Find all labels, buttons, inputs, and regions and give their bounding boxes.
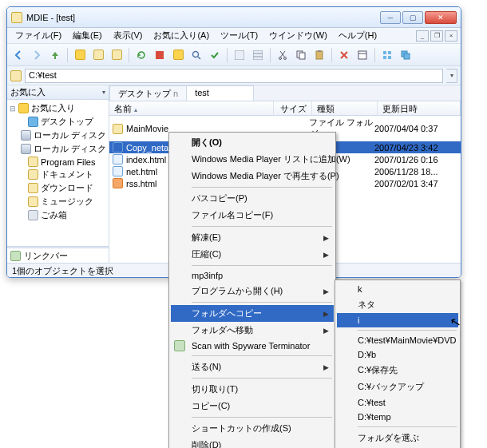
view2-button[interactable] bbox=[250, 47, 266, 63]
mdi-restore-button[interactable]: ❐ bbox=[430, 30, 443, 42]
menu-item[interactable]: k bbox=[337, 282, 458, 296]
menu-item[interactable]: i bbox=[337, 313, 458, 327]
menu-item[interactable]: ショートカットの作成(S) bbox=[171, 420, 334, 437]
sidebar-header[interactable]: お気に入 ▾ bbox=[7, 85, 109, 100]
tab-strip: デスクトップ ntest bbox=[109, 85, 461, 101]
menu-item[interactable]: D:¥b bbox=[337, 347, 458, 362]
menu-item-label: mp3infp bbox=[192, 271, 223, 280]
menu-item[interactable]: 送る(N)▶ bbox=[171, 359, 334, 375]
tree-item[interactable]: ミュージック bbox=[9, 195, 107, 208]
properties-button[interactable] bbox=[354, 47, 370, 63]
refresh-button[interactable] bbox=[133, 47, 149, 63]
cut-button[interactable] bbox=[275, 47, 291, 63]
tree-item[interactable]: デスクトップ bbox=[9, 115, 107, 129]
forward-button[interactable] bbox=[29, 47, 45, 63]
tree-icon bbox=[18, 103, 29, 113]
menu-item[interactable]: Windows Media Player リストに追加(W) bbox=[171, 151, 334, 168]
delete-button[interactable] bbox=[336, 47, 352, 63]
svg-rect-13 bbox=[358, 51, 366, 59]
menu-item[interactable]: 表示(V) bbox=[109, 28, 148, 43]
file-date: 2007/01/26 0:16 bbox=[374, 155, 457, 165]
titlebar[interactable]: MDIE - [test] ─ ▢ ✕ bbox=[7, 7, 461, 28]
col-date[interactable]: 更新日時 bbox=[378, 101, 461, 115]
folder-button[interactable] bbox=[90, 47, 106, 63]
menu-item[interactable]: フォルダを選ぶ bbox=[337, 430, 458, 446]
fav-star-button[interactable] bbox=[72, 47, 88, 63]
menu-item[interactable]: ウインドウ(W) bbox=[264, 28, 332, 43]
tile-button[interactable] bbox=[379, 47, 395, 63]
menu-item[interactable]: ファイル(F) bbox=[10, 28, 66, 43]
search-button[interactable] bbox=[188, 47, 204, 63]
menu-item[interactable]: パスコピー(P) bbox=[171, 190, 334, 207]
file-icon bbox=[113, 124, 123, 134]
tree-item[interactable]: ⊟お気に入り bbox=[9, 101, 107, 115]
sidebar-header-label: お気に入 bbox=[10, 86, 46, 98]
folder2-button[interactable] bbox=[109, 47, 125, 63]
menu-item[interactable]: 切り取り(T) bbox=[171, 381, 334, 398]
maximize-button[interactable]: ▢ bbox=[402, 11, 423, 24]
menu-item[interactable]: ツール(T) bbox=[216, 28, 263, 43]
menu-item[interactable]: C:¥保存先 bbox=[337, 362, 458, 379]
back-button[interactable] bbox=[10, 47, 26, 63]
paste-button[interactable] bbox=[311, 47, 327, 63]
submenu-arrow-icon: ▶ bbox=[323, 327, 329, 335]
linkbar-header[interactable]: リンクバー bbox=[7, 248, 109, 263]
menu-item[interactable]: フォルダへコピー▶ bbox=[171, 305, 334, 322]
menu-item[interactable]: 解凍(E)▶ bbox=[171, 229, 334, 246]
menu-item[interactable]: コピー(C) bbox=[171, 398, 334, 414]
menu-item-label: i bbox=[358, 315, 359, 325]
tab[interactable]: test bbox=[186, 85, 254, 101]
tab[interactable]: デスクトップ n bbox=[109, 85, 187, 101]
cascade-button[interactable] bbox=[398, 47, 414, 63]
menu-item[interactable]: フォルダへ移動▶ bbox=[171, 322, 334, 339]
menu-item[interactable]: ファイル名コピー(F) bbox=[171, 207, 334, 224]
address-dropdown[interactable]: ▾ bbox=[446, 69, 457, 83]
menu-item-label: コピー(C) bbox=[192, 400, 230, 412]
menu-item[interactable]: 編集(E) bbox=[68, 28, 107, 43]
stop-button[interactable] bbox=[152, 47, 168, 63]
menu-item[interactable]: C:¥test bbox=[337, 395, 458, 410]
tree-icon bbox=[28, 210, 38, 220]
menu-item[interactable]: 圧縮(C)▶ bbox=[171, 246, 334, 263]
close-button[interactable]: ✕ bbox=[425, 11, 457, 24]
menu-item[interactable]: D:¥temp bbox=[337, 410, 458, 424]
menu-item[interactable]: Windows Media Player で再生する(P) bbox=[171, 168, 334, 184]
mdi-min-button[interactable]: _ bbox=[416, 30, 429, 42]
menu-item[interactable]: 削除(D) bbox=[171, 437, 334, 448]
file-name: MainMovie bbox=[126, 124, 168, 133]
menu-item[interactable]: お気に入り(A) bbox=[148, 28, 214, 43]
address-input[interactable]: C:¥test bbox=[25, 69, 443, 83]
up-button[interactable] bbox=[47, 47, 63, 63]
linkbar-label: リンクバー bbox=[24, 250, 68, 262]
mdi-close-button[interactable]: × bbox=[445, 30, 457, 42]
tree-label: ローカル ディスク bbox=[34, 129, 106, 141]
tree-item[interactable]: ごみ箱 bbox=[9, 208, 107, 222]
menu-item[interactable]: プログラムから開く(H)▶ bbox=[171, 283, 334, 299]
view1-button[interactable] bbox=[232, 47, 247, 63]
tree-item[interactable]: ドキュメント bbox=[9, 168, 107, 181]
menu-item-label: フォルダを選ぶ bbox=[358, 432, 419, 444]
svg-rect-18 bbox=[388, 56, 391, 59]
app-icon bbox=[11, 12, 22, 23]
menu-item[interactable]: Scan with Spyware Terminator bbox=[171, 339, 334, 353]
copy-button[interactable] bbox=[293, 47, 309, 63]
tree-item[interactable]: ローカル ディスク bbox=[9, 129, 107, 142]
menu-item-label: フォルダへコピー bbox=[192, 307, 262, 319]
submenu-arrow-icon: ▶ bbox=[323, 363, 329, 371]
col-name[interactable]: 名前▴ bbox=[109, 101, 274, 115]
col-type[interactable]: 種類 bbox=[312, 101, 378, 115]
tree-item[interactable]: ローカル ディスク bbox=[9, 142, 107, 156]
menu-item[interactable]: ヘルプ(H) bbox=[334, 28, 382, 43]
tree-item[interactable]: Program Files bbox=[9, 156, 107, 168]
check-button[interactable] bbox=[207, 47, 223, 63]
menu-item[interactable]: C:¥test¥MainMovie¥DVD bbox=[337, 333, 458, 347]
menu-item[interactable]: C:¥バックアップ bbox=[337, 379, 458, 395]
col-size[interactable]: サイズ bbox=[274, 101, 312, 115]
star2-button[interactable] bbox=[170, 47, 186, 63]
menu-item[interactable]: ネタ bbox=[337, 296, 458, 313]
menu-item[interactable]: mp3infp bbox=[171, 268, 334, 283]
minimize-button[interactable]: ─ bbox=[380, 11, 401, 24]
tree-item[interactable]: ダウンロード bbox=[9, 181, 107, 195]
menu-item-label: フォルダへ移動 bbox=[192, 324, 253, 336]
menu-item[interactable]: 開く(O) bbox=[171, 134, 334, 151]
